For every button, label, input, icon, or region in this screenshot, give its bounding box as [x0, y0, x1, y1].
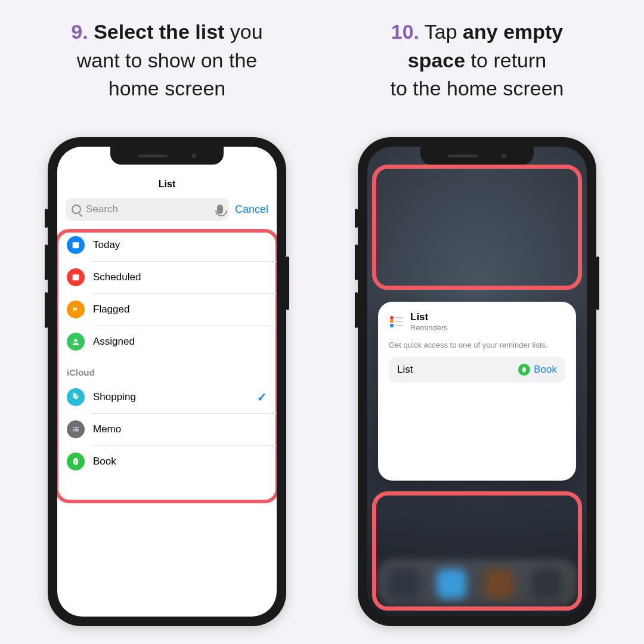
widget-list-selector[interactable]: List Book [389, 357, 565, 383]
svg-rect-2 [73, 274, 79, 280]
svg-point-6 [76, 279, 78, 280]
list-item-flagged[interactable]: Flagged [57, 293, 277, 326]
widget-config-card[interactable]: List Reminders Get quick access to one o… [378, 302, 576, 481]
list-item-shopping[interactable]: Shopping ✓ [57, 381, 277, 413]
book-list-icon [518, 364, 530, 376]
svg-point-4 [76, 277, 78, 278]
list-item-today[interactable]: Today [57, 229, 277, 261]
cancel-button[interactable]: Cancel [235, 203, 268, 216]
list-item-book[interactable]: Book [57, 445, 277, 478]
svg-point-13 [73, 431, 75, 432]
empty-space-top[interactable] [367, 147, 587, 302]
checkmark-icon: ✓ [257, 390, 267, 404]
phone-mockup-2: List Reminders Get quick access to one o… [358, 137, 596, 626]
person-icon [67, 333, 85, 351]
svg-rect-12 [75, 429, 79, 429]
reminders-app-icon [389, 314, 404, 330]
section-icloud: iCloud [57, 358, 277, 381]
calendar-icon [67, 268, 85, 286]
list-icon [67, 420, 85, 438]
search-icon [72, 205, 81, 214]
today-icon [67, 236, 85, 254]
empty-space-bottom[interactable] [367, 497, 587, 617]
svg-point-3 [74, 277, 75, 278]
list-item-memo[interactable]: Memo [57, 413, 277, 445]
step-10-caption: 10. Tap any empty space to return to the… [390, 18, 564, 125]
svg-point-7 [74, 339, 77, 342]
svg-point-5 [74, 279, 75, 280]
list-item-scheduled[interactable]: Scheduled [57, 261, 277, 293]
search-placeholder: Search [86, 203, 118, 215]
svg-rect-1 [73, 242, 79, 244]
mic-icon[interactable] [217, 205, 223, 214]
step-9-caption: 9. Select the list you want to show on t… [71, 18, 262, 125]
svg-rect-14 [75, 431, 79, 431]
svg-point-11 [73, 429, 75, 430]
sheet-title: List [57, 174, 277, 198]
phone-mockup-1: List Search Cancel [48, 137, 286, 626]
flag-icon [67, 301, 85, 318]
widget-title: List [410, 311, 448, 323]
shopping-icon [67, 388, 85, 406]
widget-description: Get quick access to one of your reminder… [389, 340, 565, 349]
list-item-assigned[interactable]: Assigned [57, 326, 277, 358]
svg-point-9 [73, 427, 75, 428]
svg-rect-10 [75, 428, 79, 428]
book-icon [67, 453, 85, 470]
widget-subtitle: Reminders [410, 323, 448, 332]
search-input[interactable]: Search [66, 198, 229, 221]
